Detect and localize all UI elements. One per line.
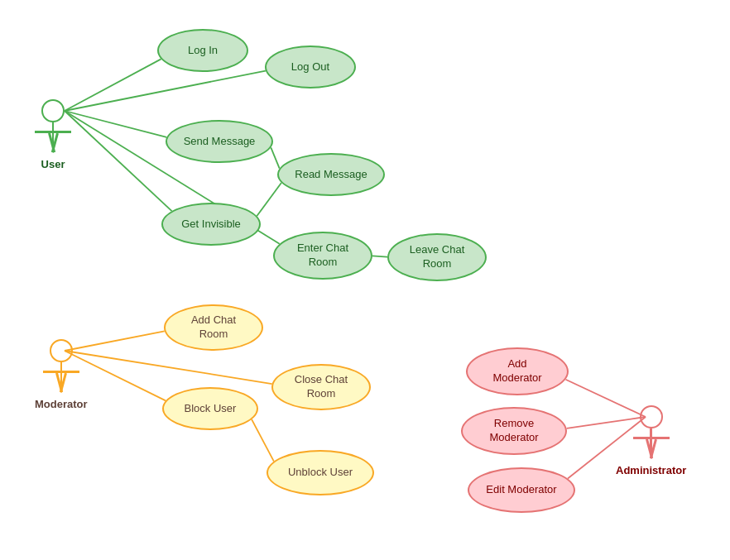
- use-case-label-login: Log In: [188, 44, 218, 58]
- actor-legs-administrator: [646, 439, 656, 459]
- use-case-label-remove-moderator: Remove Moderator: [489, 417, 538, 445]
- actor-label-user: User: [41, 158, 65, 170]
- connection-line-6: [257, 183, 281, 216]
- actor-head-moderator: [50, 339, 73, 362]
- use-case-label-logout: Log Out: [291, 60, 329, 74]
- use-case-close-chat-room: Close Chat Room: [271, 364, 371, 410]
- actor-administrator: Administrator: [616, 405, 686, 476]
- use-case-add-moderator: Add Moderator: [466, 347, 569, 395]
- use-case-label-add-moderator: Add Moderator: [492, 357, 541, 385]
- actor-label-administrator: Administrator: [616, 464, 686, 476]
- connection-line-7: [372, 256, 387, 256]
- use-case-label-enter-chat-room: Enter Chat Room: [297, 242, 348, 270]
- actor-legs-user: [48, 133, 59, 153]
- use-case-remove-moderator: Remove Moderator: [461, 407, 567, 455]
- use-case-add-chat-room: Add Chat Room: [164, 304, 263, 351]
- use-case-enter-chat-room: Enter Chat Room: [273, 232, 372, 280]
- use-case-unblock-user: Unblock User: [267, 450, 374, 495]
- actor-user: User: [35, 99, 71, 170]
- use-case-edit-moderator: Edit Moderator: [468, 467, 575, 513]
- use-case-label-block-user: Block User: [185, 402, 237, 416]
- actor-moderator: Moderator: [35, 339, 88, 410]
- use-case-label-read-message: Read Message: [295, 168, 367, 182]
- connection-line-11: [252, 419, 274, 462]
- use-case-send-message: Send Message: [166, 120, 273, 163]
- actor-leg-right-moderator: [60, 372, 67, 392]
- actor-head-user: [41, 99, 65, 122]
- use-case-login: Log In: [157, 29, 248, 72]
- use-case-label-unblock-user: Unblock User: [288, 466, 353, 480]
- use-case-label-edit-moderator: Edit Moderator: [486, 483, 556, 497]
- connection-line-3: [65, 111, 172, 211]
- use-case-logout: Log Out: [265, 45, 356, 89]
- actor-head-administrator: [640, 405, 663, 428]
- actor-figure-administrator: [633, 405, 670, 459]
- connection-line-5: [271, 147, 279, 168]
- connection-line-1: [65, 71, 266, 111]
- connection-line-2: [65, 111, 166, 137]
- use-case-label-close-chat-room: Close Chat Room: [295, 373, 348, 401]
- use-case-label-get-invisible: Get Invisible: [181, 218, 241, 232]
- actor-figure-user: [35, 99, 71, 153]
- use-case-leave-chat-room: Leave Chat Room: [387, 233, 487, 281]
- connection-line-10: [65, 351, 272, 384]
- use-case-label-send-message: Send Message: [184, 135, 256, 149]
- use-case-get-invisible: Get Invisible: [161, 203, 261, 246]
- use-case-block-user: Block User: [162, 387, 258, 430]
- diagram-canvas: User Moderator: [0, 0, 730, 560]
- connection-line-0: [65, 59, 161, 111]
- use-case-read-message: Read Message: [277, 153, 385, 196]
- actor-label-moderator: Moderator: [35, 398, 88, 410]
- actor-legs-moderator: [55, 373, 66, 393]
- actor-figure-moderator: [43, 339, 79, 393]
- use-case-label-add-chat-room: Add Chat Room: [191, 314, 236, 342]
- use-case-label-leave-chat-room: Leave Chat Room: [410, 243, 465, 271]
